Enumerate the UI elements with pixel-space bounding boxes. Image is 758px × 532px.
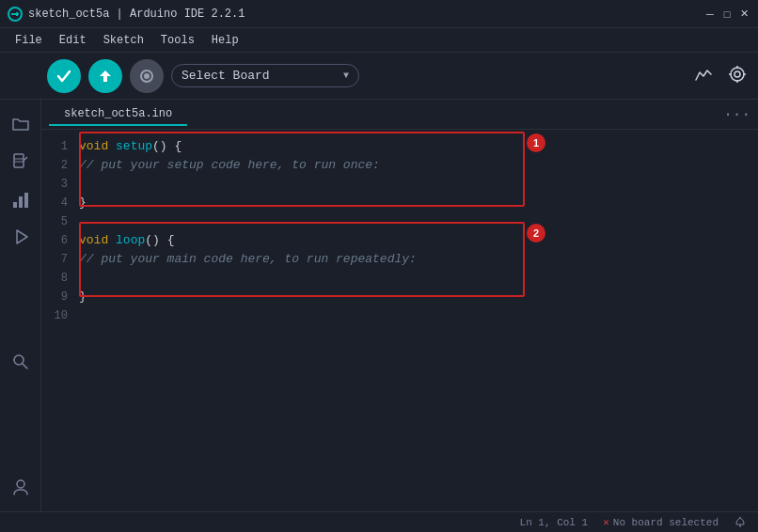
code-line-2: 2 // put your setup code here, to run on… [41, 156, 758, 175]
code-line-10: 10 [41, 306, 758, 325]
window-controls[interactable]: ─ □ ✕ [703, 8, 750, 21]
debug-icon [138, 68, 155, 85]
code-line-9: 9 } [41, 288, 758, 306]
app-icon [8, 7, 23, 22]
svg-point-6 [144, 73, 150, 79]
upload-button[interactable] [88, 59, 122, 93]
menu-help[interactable]: Help [204, 32, 246, 49]
sidebar-library-icon[interactable] [4, 182, 38, 216]
code-line-8: 8 [41, 269, 758, 288]
cursor-position: Ln 1, Col 1 [520, 517, 589, 528]
verify-icon [55, 68, 72, 85]
svg-point-8 [734, 71, 740, 77]
code-line-1: 1 void setup() { [41, 137, 758, 156]
code-line-7: 7 // put your main code here, to run rep… [41, 250, 758, 269]
svg-rect-4 [103, 76, 107, 82]
select-board-label: Select Board [182, 69, 336, 83]
code-content: 1 void setup() { 2 // put your setup cod… [41, 137, 758, 325]
debug-button[interactable] [130, 59, 164, 93]
select-board-dropdown[interactable]: Select Board ▼ [171, 64, 359, 87]
code-line-4: 4 } [41, 194, 758, 212]
window-title: sketch_oct5a | Arduino IDE 2.2.1 [28, 8, 245, 21]
code-line-3: 3 [41, 175, 758, 194]
chevron-down-icon: ▼ [343, 70, 349, 81]
maximize-button[interactable]: □ [720, 8, 734, 21]
close-button[interactable]: ✕ [737, 8, 750, 21]
status-bar: Ln 1, Col 1 ✕ No board selected [0, 511, 758, 532]
svg-point-23 [17, 480, 24, 488]
title-bar-left: sketch_oct5a | Arduino IDE 2.2.1 [8, 7, 245, 22]
toolbar-right [690, 61, 750, 91]
code-line-5: 5 [41, 212, 758, 231]
tab-sketch[interactable]: sketch_oct5a.ino [49, 103, 187, 126]
svg-rect-17 [13, 202, 17, 208]
svg-rect-19 [24, 193, 28, 208]
sidebar-debug-icon[interactable] [4, 220, 38, 254]
bell-icon [734, 516, 747, 529]
serial-plotter-button[interactable] [690, 61, 717, 91]
board-status: ✕ No board selected [603, 516, 719, 528]
code-editor[interactable]: 1 2 1 void setup() { 2 [41, 130, 758, 511]
menu-file[interactable]: File [8, 32, 50, 49]
svg-point-7 [731, 68, 744, 81]
code-line-6: 6 void loop() { [41, 231, 758, 250]
tab-bar: sketch_oct5a.ino ··· [41, 100, 758, 130]
no-board-icon: ✕ [603, 516, 609, 528]
svg-rect-18 [19, 196, 23, 208]
main-layout: sketch_oct5a.ino ··· 1 2 1 void [0, 100, 758, 511]
annotation-num-2: 2 [527, 224, 545, 243]
upload-icon [97, 68, 114, 85]
verify-button[interactable] [47, 59, 81, 93]
svg-marker-20 [17, 230, 27, 243]
tab-more-button[interactable]: ··· [723, 106, 750, 123]
svg-marker-3 [100, 70, 111, 76]
toolbar: Select Board ▼ [0, 53, 758, 100]
svg-line-22 [23, 364, 27, 368]
sidebar [0, 100, 41, 511]
menu-bar: File Edit Sketch Tools Help [0, 28, 758, 53]
sidebar-sketch-icon[interactable] [4, 145, 38, 179]
minimize-button[interactable]: ─ [703, 8, 717, 21]
svg-rect-13 [14, 154, 24, 167]
sidebar-user-icon[interactable] [4, 470, 38, 504]
title-bar: sketch_oct5a | Arduino IDE 2.2.1 ─ □ ✕ [0, 0, 758, 28]
menu-tools[interactable]: Tools [153, 32, 202, 49]
menu-sketch[interactable]: Sketch [96, 32, 151, 49]
serial-monitor-button[interactable] [724, 61, 750, 91]
notification-bell[interactable] [734, 516, 747, 529]
sidebar-folder-icon[interactable] [4, 107, 38, 141]
menu-edit[interactable]: Edit [52, 32, 94, 49]
annotation-num-1: 1 [527, 133, 545, 152]
sidebar-search-icon[interactable] [4, 345, 38, 379]
editor-area: sketch_oct5a.ino ··· 1 2 1 void [41, 100, 758, 511]
